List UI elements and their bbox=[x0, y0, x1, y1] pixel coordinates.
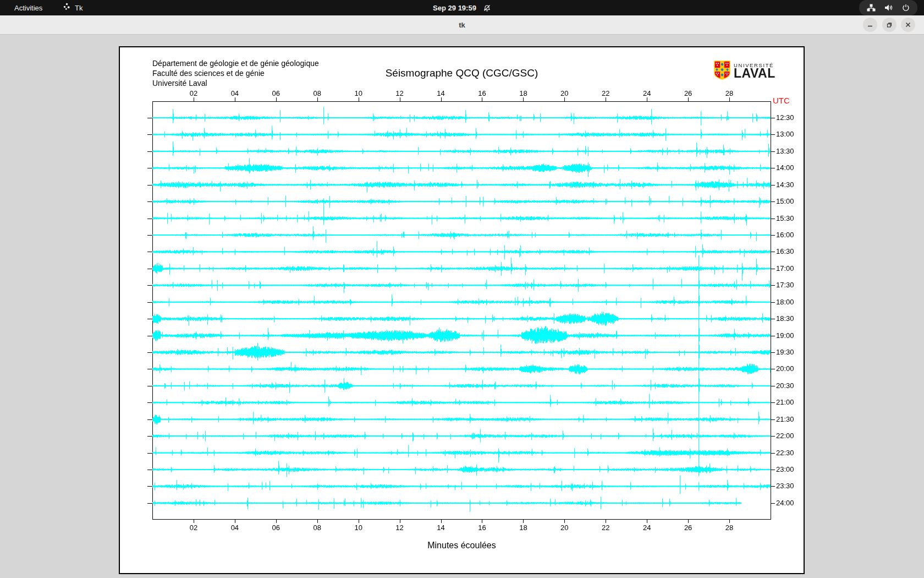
bottom-tick-label-16: 16 bbox=[478, 524, 486, 532]
top-tick-label-10: 10 bbox=[354, 89, 362, 97]
app-menu-label: Tk bbox=[75, 4, 82, 12]
bottom-tick-label-24: 24 bbox=[643, 524, 651, 532]
tk-app-icon bbox=[63, 3, 71, 13]
minimize-button[interactable] bbox=[863, 18, 877, 32]
system-tray[interactable] bbox=[859, 0, 917, 15]
row-label-24:00: 24:00 bbox=[776, 499, 794, 507]
clock-area: Sep 29 19:59 bbox=[0, 0, 924, 15]
bottom-tick-label-06: 06 bbox=[272, 524, 280, 532]
seismograph-card: Département de géologie et de génie géol… bbox=[119, 46, 805, 574]
row-label-14:30: 14:30 bbox=[776, 181, 794, 189]
row-label-20:00: 20:00 bbox=[776, 364, 794, 373]
row-label-16:00: 16:00 bbox=[776, 231, 794, 239]
row-label-18:30: 18:30 bbox=[776, 314, 794, 323]
power-icon bbox=[902, 4, 910, 12]
gnome-top-bar: Activities Tk Sep 29 19:59 bbox=[0, 0, 924, 15]
bell-muted-icon bbox=[483, 4, 491, 12]
row-label-18:00: 18:00 bbox=[776, 298, 794, 306]
tk-window-body: Département de géologie et de génie géol… bbox=[0, 35, 924, 578]
row-label-12:30: 12:30 bbox=[776, 113, 794, 122]
row-label-21:30: 21:30 bbox=[776, 415, 794, 423]
activities-label: Activities bbox=[14, 4, 42, 12]
bottom-tick-label-04: 04 bbox=[231, 524, 239, 532]
row-label-15:30: 15:30 bbox=[776, 214, 794, 222]
laval-logo: UNIVERSITÉ LAVAL bbox=[714, 61, 796, 83]
top-tick-label-26: 26 bbox=[684, 89, 692, 97]
row-label-13:00: 13:00 bbox=[776, 130, 794, 138]
app-menu-tk[interactable]: Tk bbox=[57, 0, 88, 15]
laval-shield-icon bbox=[714, 72, 730, 81]
top-tick-label-12: 12 bbox=[395, 89, 403, 97]
row-label-13:30: 13:30 bbox=[776, 147, 794, 155]
row-label-22:00: 22:00 bbox=[776, 432, 794, 440]
utc-axis-label: UTC bbox=[773, 96, 790, 105]
row-label-17:00: 17:00 bbox=[776, 264, 794, 272]
top-tick-label-04: 04 bbox=[231, 89, 239, 97]
row-label-14:00: 14:00 bbox=[776, 163, 794, 172]
row-label-23:30: 23:30 bbox=[776, 482, 794, 490]
x-axis-label: Minutes écoulées bbox=[120, 541, 804, 550]
bottom-tick-label-26: 26 bbox=[684, 524, 692, 532]
bottom-tick-label-12: 12 bbox=[395, 524, 403, 532]
plot-title: Séismographe QCQ (CGC/GSC) bbox=[120, 67, 804, 79]
bottom-tick-label-22: 22 bbox=[602, 524, 609, 532]
bottom-tick-label-08: 08 bbox=[313, 524, 321, 532]
top-tick-label-28: 28 bbox=[725, 89, 733, 97]
org-line-3: Université Laval bbox=[152, 78, 319, 88]
clock-label: Sep 29 19:59 bbox=[433, 4, 476, 12]
bottom-tick-label-02: 02 bbox=[190, 524, 197, 532]
network-tree-icon bbox=[867, 4, 876, 12]
top-tick-label-22: 22 bbox=[602, 89, 609, 97]
clock-button[interactable]: Sep 29 19:59 bbox=[433, 4, 491, 12]
row-label-16:30: 16:30 bbox=[776, 247, 794, 255]
bottom-tick-label-20: 20 bbox=[560, 524, 568, 532]
laval-wordmark: UNIVERSITÉ LAVAL bbox=[734, 62, 776, 79]
row-label-23:00: 23:00 bbox=[776, 465, 794, 473]
top-tick-label-06: 06 bbox=[272, 89, 280, 97]
bottom-tick-label-14: 14 bbox=[437, 524, 444, 532]
row-label-15:00: 15:00 bbox=[776, 197, 794, 205]
top-tick-label-16: 16 bbox=[478, 89, 486, 97]
row-label-20:30: 20:30 bbox=[776, 381, 794, 390]
top-tick-label-02: 02 bbox=[190, 89, 197, 97]
row-label-19:30: 19:30 bbox=[776, 348, 794, 356]
activities-button[interactable]: Activities bbox=[8, 0, 49, 15]
row-label-21:00: 21:00 bbox=[776, 398, 794, 406]
row-label-19:00: 19:00 bbox=[776, 331, 794, 340]
bottom-tick-label-10: 10 bbox=[354, 524, 362, 532]
bottom-tick-label-18: 18 bbox=[519, 524, 527, 532]
row-label-17:30: 17:30 bbox=[776, 281, 794, 289]
row-label-22:30: 22:30 bbox=[776, 449, 794, 457]
close-button[interactable] bbox=[901, 18, 915, 32]
maximize-button[interactable] bbox=[882, 18, 897, 32]
top-tick-label-20: 20 bbox=[560, 89, 568, 97]
top-tick-label-08: 08 bbox=[313, 89, 321, 97]
top-tick-label-14: 14 bbox=[437, 89, 444, 97]
top-tick-label-24: 24 bbox=[643, 89, 651, 97]
window-title: tk bbox=[0, 15, 924, 34]
volume-icon bbox=[884, 4, 893, 12]
laval-wordmark-laval: LAVAL bbox=[734, 68, 776, 79]
top-tick-label-18: 18 bbox=[519, 89, 527, 97]
window-titlebar[interactable]: tk bbox=[0, 15, 924, 35]
seismogram-plot bbox=[120, 47, 804, 573]
bottom-tick-label-28: 28 bbox=[725, 524, 733, 532]
